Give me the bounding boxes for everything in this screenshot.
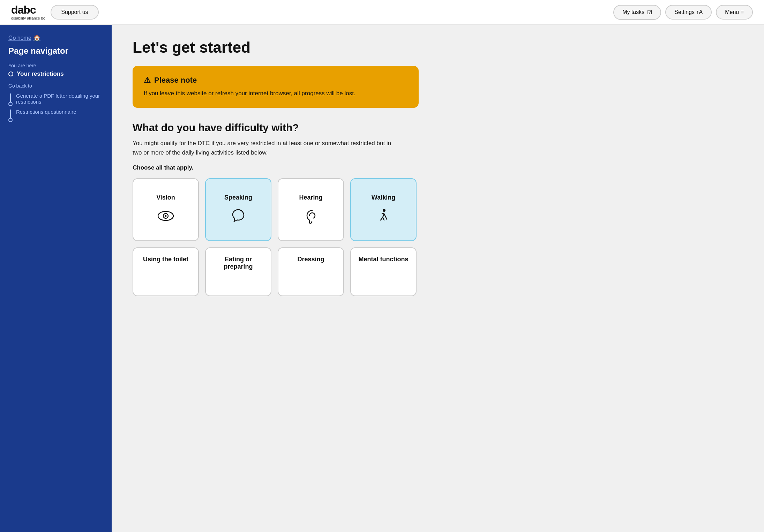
page-navigator-title: Page navigator xyxy=(8,46,103,56)
header: dabc disability alliance bc Support us M… xyxy=(0,0,764,25)
nav-line-1 xyxy=(10,110,11,118)
settings-button[interactable]: Settings ↑A xyxy=(665,5,712,20)
toilet-label: Using the toilet xyxy=(143,256,188,263)
nav-back-item-1[interactable]: Restrictions questionnaire xyxy=(8,107,103,123)
my-tasks-button[interactable]: My tasks ☑ xyxy=(613,5,661,20)
vision-label: Vision xyxy=(156,194,175,201)
activity-card-toilet[interactable]: Using the toilet xyxy=(133,247,199,296)
nav-back-line-1 xyxy=(8,110,13,122)
activity-cards-row2: Using the toilet Eating or preparing Dre… xyxy=(133,247,419,296)
activity-card-speaking[interactable]: Speaking xyxy=(205,178,271,241)
current-nav-label: Your restrictions xyxy=(17,70,64,77)
header-left: dabc disability alliance bc Support us xyxy=(11,4,99,20)
go-back-label: Go back to xyxy=(8,83,103,89)
current-nav-item: Your restrictions xyxy=(8,70,103,77)
walking-icon xyxy=(374,207,392,225)
logo: dabc disability alliance bc xyxy=(11,4,45,20)
svg-point-3 xyxy=(383,209,385,212)
choose-label: Choose all that apply. xyxy=(133,164,743,171)
my-tasks-icon: ☑ xyxy=(647,9,652,16)
notice-title: ⚠ Please note xyxy=(144,76,407,85)
eating-label: Eating or preparing xyxy=(211,256,265,270)
vision-icon xyxy=(157,207,175,225)
logo-sub: disability alliance bc xyxy=(11,16,45,20)
sidebar: Go home 🏠 Page navigator You are here Yo… xyxy=(0,25,112,532)
dressing-label: Dressing xyxy=(297,256,324,263)
logo-text: dabc xyxy=(11,4,36,15)
svg-point-2 xyxy=(165,215,167,217)
header-right: My tasks ☑ Settings ↑A Menu ≡ xyxy=(613,5,753,20)
walking-label: Walking xyxy=(372,194,395,201)
home-icon: 🏠 xyxy=(33,35,40,41)
nav-dot-1 xyxy=(8,118,13,122)
mental-label: Mental functions xyxy=(359,256,409,263)
nav-back-items: Generate a PDF letter detailing your res… xyxy=(8,91,103,123)
nav-back-item-0[interactable]: Generate a PDF letter detailing your res… xyxy=(8,91,103,107)
you-are-here-label: You are here xyxy=(8,63,103,68)
page-title: Let's get started xyxy=(133,39,743,56)
activity-cards-row1: Vision Speaking Hearing xyxy=(133,178,419,241)
hearing-label: Hearing xyxy=(299,194,322,201)
activity-card-hearing[interactable]: Hearing xyxy=(278,178,344,241)
nav-back-label-0: Generate a PDF letter detailing your res… xyxy=(16,93,103,105)
main-content: Let's get started ⚠ Please note If you l… xyxy=(112,25,764,532)
nav-dot-current xyxy=(8,72,13,76)
notice-box: ⚠ Please note If you leave this website … xyxy=(133,66,419,108)
notice-title-text: Please note xyxy=(154,76,197,85)
hearing-icon xyxy=(302,207,320,225)
layout: Go home 🏠 Page navigator You are here Yo… xyxy=(0,25,764,532)
activity-card-dressing[interactable]: Dressing xyxy=(278,247,344,296)
my-tasks-label: My tasks xyxy=(622,9,644,15)
nav-back-line-0 xyxy=(8,93,13,106)
nav-dot-0 xyxy=(8,102,13,106)
notice-icon: ⚠ xyxy=(144,76,151,85)
go-home-link[interactable]: Go home 🏠 xyxy=(8,35,103,41)
speaking-label: Speaking xyxy=(224,194,252,201)
activity-card-walking[interactable]: Walking xyxy=(350,178,417,241)
activity-card-mental[interactable]: Mental functions xyxy=(350,247,417,296)
go-home-label: Go home xyxy=(8,35,31,41)
activity-card-eating[interactable]: Eating or preparing xyxy=(205,247,271,296)
speaking-icon xyxy=(229,207,247,225)
activity-card-vision[interactable]: Vision xyxy=(133,178,199,241)
nav-line-0 xyxy=(10,93,11,102)
nav-back-label-1: Restrictions questionnaire xyxy=(16,109,76,115)
support-button[interactable]: Support us xyxy=(51,5,98,20)
question-title: What do you have difficulty with? xyxy=(133,122,743,134)
question-desc: You might qualify for the DTC if you are… xyxy=(133,138,398,157)
notice-text: If you leave this website or refresh you… xyxy=(144,89,407,98)
menu-button[interactable]: Menu ≡ xyxy=(716,5,753,20)
